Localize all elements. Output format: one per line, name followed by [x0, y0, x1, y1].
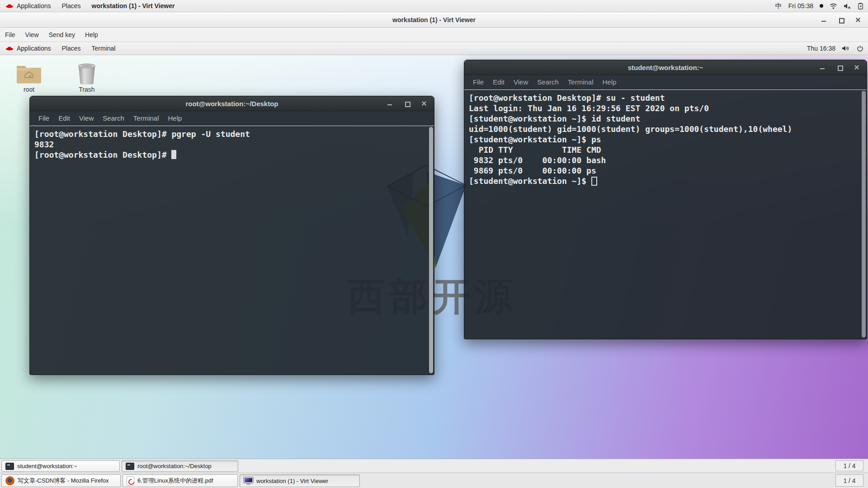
close-button[interactable] — [854, 16, 862, 23]
virtviewer-menubar: File View Send key Help — [0, 28, 868, 42]
taskbar-item-root-terminal[interactable]: root@workstation:~/Desktop — [122, 460, 238, 472]
monitor-icon — [244, 477, 253, 485]
maximize-button[interactable] — [837, 16, 844, 23]
taskbar-item-firefox[interactable]: 写文章-CSDN博客 - Mozilla Firefox — [1, 474, 121, 487]
desktop-icon-label: root — [12, 86, 46, 93]
host-top-panel: Applications Places workstation (1) - Vi… — [0, 0, 868, 12]
menu-send-key[interactable]: Send key — [44, 28, 80, 42]
terminal-window-student[interactable]: student@workstation:~ File Edit View Sea… — [464, 60, 867, 339]
power-icon[interactable] — [857, 45, 863, 52]
prompt-line: [root@workstation Desktop]# — [34, 150, 429, 160]
menu-view[interactable]: View — [509, 78, 533, 86]
terminal-titlebar[interactable]: student@workstation:~ — [464, 60, 867, 75]
menu-help[interactable]: Help — [80, 28, 103, 42]
terminal-title: root@workstation:~/Desktop — [185, 100, 278, 108]
terminal-cursor — [591, 177, 597, 186]
minimize-button[interactable] — [819, 64, 826, 71]
menu-edit[interactable]: Edit — [488, 78, 509, 86]
vm-desktop[interactable]: 西部开源 root Trash student@workstation:~ — [0, 55, 868, 459]
host-active-window-title[interactable]: workstation (1) - Virt Viewer — [86, 0, 180, 12]
vm-applications-menu[interactable]: Applications — [0, 42, 57, 55]
close-button[interactable] — [420, 100, 428, 107]
desktop-icon-trash[interactable]: Trash — [70, 62, 104, 93]
desktop-icon-root[interactable]: root — [12, 62, 46, 93]
record-dot-icon — [820, 4, 823, 8]
terminal-icon — [126, 463, 134, 470]
wifi-icon[interactable] — [830, 3, 837, 9]
taskbar-item-student-terminal[interactable]: student@workstation:~ — [1, 460, 120, 472]
menu-terminal[interactable]: Terminal — [129, 114, 164, 122]
menu-view[interactable]: View — [75, 114, 98, 122]
menu-file[interactable]: File — [0, 28, 20, 42]
taskbar-item-pdf[interactable]: 6.管理Linux系统中的进程.pdf — [123, 474, 238, 487]
folder-home-icon — [15, 62, 43, 85]
menu-edit[interactable]: Edit — [54, 114, 75, 122]
maximize-button[interactable] — [403, 100, 410, 107]
terminal-title: student@workstation:~ — [628, 64, 703, 71]
terminal-output[interactable]: [root@workstation Desktop]# pgrep -U stu… — [30, 126, 434, 375]
terminal-menubar: File Edit View Search Terminal Help — [464, 75, 867, 89]
host-places-menu[interactable]: Places — [57, 0, 86, 12]
terminal-menubar: File Edit View Search Terminal Help — [30, 111, 434, 126]
redhat-icon — [5, 3, 14, 9]
prompt-line: [student@workstation ~]$ — [469, 176, 862, 186]
host-applications-menu[interactable]: Applications — [0, 0, 57, 12]
menu-search[interactable]: Search — [533, 78, 563, 86]
terminal-icon — [5, 463, 14, 470]
menu-file[interactable]: File — [34, 114, 54, 122]
host-clock[interactable]: Fri 05:38 — [788, 2, 813, 9]
vm-taskbar: student@workstation:~ root@workstation:~… — [0, 459, 868, 473]
desktop-icon-label: Trash — [70, 86, 104, 93]
battery-icon[interactable] — [858, 3, 863, 9]
close-button[interactable] — [853, 64, 860, 71]
firefox-icon — [5, 476, 14, 485]
vm-top-panel: Applications Places Terminal Thu 16:38 — [0, 42, 868, 55]
maximize-button[interactable] — [836, 64, 843, 71]
terminal-cursor — [171, 150, 176, 159]
speaker-icon[interactable] — [842, 45, 850, 52]
menu-search[interactable]: Search — [98, 114, 129, 122]
menu-view[interactable]: View — [20, 28, 44, 42]
minimize-button[interactable] — [820, 16, 827, 23]
vm-places-menu[interactable]: Places — [57, 42, 86, 55]
terminal-window-root[interactable]: root@workstation:~/Desktop File Edit Vie… — [29, 96, 434, 375]
pdf-reader-icon — [127, 476, 134, 486]
menu-terminal[interactable]: Terminal — [563, 78, 598, 86]
vm-clock[interactable]: Thu 16:38 — [807, 45, 835, 52]
terminal-scrollbar[interactable] — [862, 91, 866, 338]
terminal-scrollbar[interactable] — [429, 127, 433, 373]
vm-terminal-menu[interactable]: Terminal — [86, 42, 121, 55]
virtviewer-titlebar[interactable]: workstation (1) - Virt Viewer — [0, 12, 868, 28]
input-method-indicator[interactable]: 中 — [775, 2, 782, 10]
vm-workspace-pager[interactable]: 1 / 4 — [835, 460, 863, 471]
redhat-icon — [5, 46, 14, 51]
volume-muted-icon[interactable] — [844, 3, 851, 9]
taskbar-item-virtviewer[interactable]: workstation (1) - Virt Viewer — [240, 474, 360, 487]
virtviewer-window-title: workstation (1) - Virt Viewer — [0, 16, 868, 23]
menu-file[interactable]: File — [468, 78, 488, 86]
menu-help[interactable]: Help — [164, 114, 187, 122]
terminal-output[interactable]: [root@workstation Desktop]# su - student… — [464, 90, 867, 339]
trash-icon — [76, 62, 97, 85]
host-workspace-pager[interactable]: 1 / 4 — [835, 474, 863, 487]
host-taskbar: 写文章-CSDN博客 - Mozilla Firefox 6.管理Linux系统… — [0, 473, 868, 488]
minimize-button[interactable] — [386, 100, 393, 107]
menu-help[interactable]: Help — [598, 78, 621, 86]
terminal-titlebar[interactable]: root@workstation:~/Desktop — [30, 96, 434, 111]
